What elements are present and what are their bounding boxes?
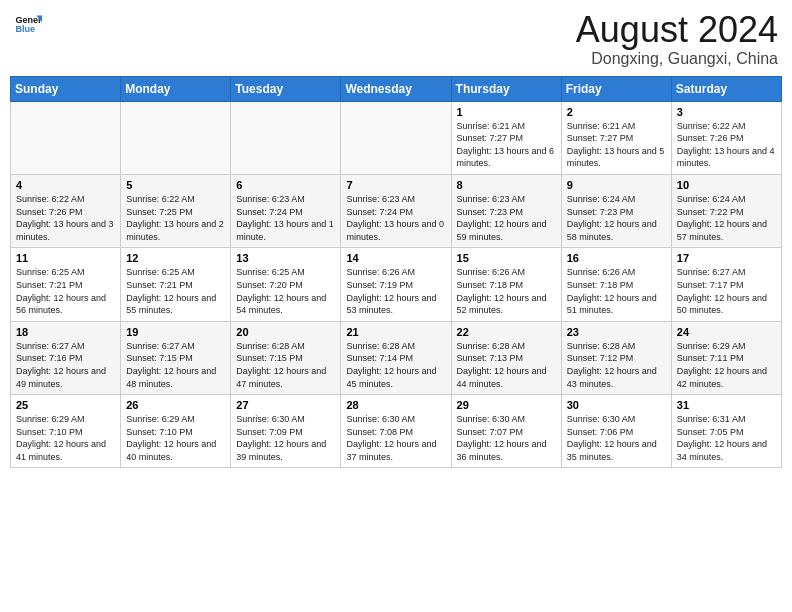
calendar-table: SundayMondayTuesdayWednesdayThursdayFrid… bbox=[10, 76, 782, 469]
day-cell-25: 25Sunrise: 6:29 AMSunset: 7:10 PMDayligh… bbox=[11, 395, 121, 468]
day-number: 13 bbox=[236, 252, 335, 264]
day-cell-31: 31Sunrise: 6:31 AMSunset: 7:05 PMDayligh… bbox=[671, 395, 781, 468]
sunrise-text: Sunrise: 6:23 AM bbox=[236, 193, 335, 206]
day-cell-8: 8Sunrise: 6:23 AMSunset: 7:23 PMDaylight… bbox=[451, 174, 561, 247]
sunset-text: Sunset: 7:08 PM bbox=[346, 426, 445, 439]
sunset-text: Sunset: 7:06 PM bbox=[567, 426, 666, 439]
daylight-text: Daylight: 12 hours and 37 minutes. bbox=[346, 438, 445, 463]
title-block: August 2024 Dongxing, Guangxi, China bbox=[576, 10, 778, 68]
day-info: Sunrise: 6:30 AMSunset: 7:09 PMDaylight:… bbox=[236, 413, 335, 463]
sunrise-text: Sunrise: 6:30 AM bbox=[236, 413, 335, 426]
day-cell-23: 23Sunrise: 6:28 AMSunset: 7:12 PMDayligh… bbox=[561, 321, 671, 394]
week-row-3: 11Sunrise: 6:25 AMSunset: 7:21 PMDayligh… bbox=[11, 248, 782, 321]
sunrise-text: Sunrise: 6:30 AM bbox=[457, 413, 556, 426]
sunset-text: Sunset: 7:24 PM bbox=[346, 206, 445, 219]
sunset-text: Sunset: 7:22 PM bbox=[677, 206, 776, 219]
daylight-text: Daylight: 12 hours and 35 minutes. bbox=[567, 438, 666, 463]
day-number: 28 bbox=[346, 399, 445, 411]
day-info: Sunrise: 6:26 AMSunset: 7:19 PMDaylight:… bbox=[346, 266, 445, 316]
weekday-header-monday: Monday bbox=[121, 76, 231, 101]
day-info: Sunrise: 6:23 AMSunset: 7:24 PMDaylight:… bbox=[236, 193, 335, 243]
weekday-header-sunday: Sunday bbox=[11, 76, 121, 101]
sunrise-text: Sunrise: 6:26 AM bbox=[457, 266, 556, 279]
week-row-1: 1Sunrise: 6:21 AMSunset: 7:27 PMDaylight… bbox=[11, 101, 782, 174]
day-number: 2 bbox=[567, 106, 666, 118]
sunrise-text: Sunrise: 6:21 AM bbox=[567, 120, 666, 133]
day-info: Sunrise: 6:27 AMSunset: 7:15 PMDaylight:… bbox=[126, 340, 225, 390]
day-info: Sunrise: 6:25 AMSunset: 7:20 PMDaylight:… bbox=[236, 266, 335, 316]
day-number: 14 bbox=[346, 252, 445, 264]
sunset-text: Sunset: 7:15 PM bbox=[236, 352, 335, 365]
day-cell-12: 12Sunrise: 6:25 AMSunset: 7:21 PMDayligh… bbox=[121, 248, 231, 321]
sunrise-text: Sunrise: 6:28 AM bbox=[457, 340, 556, 353]
sunset-text: Sunset: 7:23 PM bbox=[457, 206, 556, 219]
sunset-text: Sunset: 7:09 PM bbox=[236, 426, 335, 439]
daylight-text: Daylight: 12 hours and 50 minutes. bbox=[677, 292, 776, 317]
daylight-text: Daylight: 12 hours and 53 minutes. bbox=[346, 292, 445, 317]
day-cell-4: 4Sunrise: 6:22 AMSunset: 7:26 PMDaylight… bbox=[11, 174, 121, 247]
sunrise-text: Sunrise: 6:30 AM bbox=[346, 413, 445, 426]
day-cell-17: 17Sunrise: 6:27 AMSunset: 7:17 PMDayligh… bbox=[671, 248, 781, 321]
day-info: Sunrise: 6:21 AMSunset: 7:27 PMDaylight:… bbox=[567, 120, 666, 170]
daylight-text: Daylight: 13 hours and 3 minutes. bbox=[16, 218, 115, 243]
sunset-text: Sunset: 7:15 PM bbox=[126, 352, 225, 365]
day-number: 4 bbox=[16, 179, 115, 191]
day-cell-20: 20Sunrise: 6:28 AMSunset: 7:15 PMDayligh… bbox=[231, 321, 341, 394]
day-cell-21: 21Sunrise: 6:28 AMSunset: 7:14 PMDayligh… bbox=[341, 321, 451, 394]
sunrise-text: Sunrise: 6:22 AM bbox=[126, 193, 225, 206]
sunset-text: Sunset: 7:26 PM bbox=[16, 206, 115, 219]
sunrise-text: Sunrise: 6:28 AM bbox=[567, 340, 666, 353]
day-number: 12 bbox=[126, 252, 225, 264]
logo-icon: General Blue bbox=[14, 10, 42, 38]
sunrise-text: Sunrise: 6:23 AM bbox=[346, 193, 445, 206]
day-info: Sunrise: 6:28 AMSunset: 7:12 PMDaylight:… bbox=[567, 340, 666, 390]
day-info: Sunrise: 6:30 AMSunset: 7:06 PMDaylight:… bbox=[567, 413, 666, 463]
day-cell-2: 2Sunrise: 6:21 AMSunset: 7:27 PMDaylight… bbox=[561, 101, 671, 174]
sunset-text: Sunset: 7:19 PM bbox=[346, 279, 445, 292]
daylight-text: Daylight: 12 hours and 45 minutes. bbox=[346, 365, 445, 390]
day-cell-24: 24Sunrise: 6:29 AMSunset: 7:11 PMDayligh… bbox=[671, 321, 781, 394]
daylight-text: Daylight: 12 hours and 57 minutes. bbox=[677, 218, 776, 243]
page-header: General Blue August 2024 Dongxing, Guang… bbox=[10, 10, 782, 68]
day-number: 19 bbox=[126, 326, 225, 338]
day-info: Sunrise: 6:28 AMSunset: 7:14 PMDaylight:… bbox=[346, 340, 445, 390]
day-cell-10: 10Sunrise: 6:24 AMSunset: 7:22 PMDayligh… bbox=[671, 174, 781, 247]
sunset-text: Sunset: 7:18 PM bbox=[567, 279, 666, 292]
weekday-header-wednesday: Wednesday bbox=[341, 76, 451, 101]
daylight-text: Daylight: 12 hours and 41 minutes. bbox=[16, 438, 115, 463]
day-info: Sunrise: 6:27 AMSunset: 7:16 PMDaylight:… bbox=[16, 340, 115, 390]
empty-cell bbox=[11, 101, 121, 174]
daylight-text: Daylight: 13 hours and 6 minutes. bbox=[457, 145, 556, 170]
sunset-text: Sunset: 7:21 PM bbox=[126, 279, 225, 292]
sunset-text: Sunset: 7:13 PM bbox=[457, 352, 556, 365]
day-number: 10 bbox=[677, 179, 776, 191]
day-cell-30: 30Sunrise: 6:30 AMSunset: 7:06 PMDayligh… bbox=[561, 395, 671, 468]
day-cell-13: 13Sunrise: 6:25 AMSunset: 7:20 PMDayligh… bbox=[231, 248, 341, 321]
sunset-text: Sunset: 7:11 PM bbox=[677, 352, 776, 365]
day-number: 16 bbox=[567, 252, 666, 264]
sunrise-text: Sunrise: 6:29 AM bbox=[16, 413, 115, 426]
sunrise-text: Sunrise: 6:23 AM bbox=[457, 193, 556, 206]
sunrise-text: Sunrise: 6:28 AM bbox=[236, 340, 335, 353]
sunset-text: Sunset: 7:27 PM bbox=[457, 132, 556, 145]
day-cell-1: 1Sunrise: 6:21 AMSunset: 7:27 PMDaylight… bbox=[451, 101, 561, 174]
day-cell-3: 3Sunrise: 6:22 AMSunset: 7:26 PMDaylight… bbox=[671, 101, 781, 174]
day-cell-5: 5Sunrise: 6:22 AMSunset: 7:25 PMDaylight… bbox=[121, 174, 231, 247]
sunset-text: Sunset: 7:23 PM bbox=[567, 206, 666, 219]
daylight-text: Daylight: 12 hours and 58 minutes. bbox=[567, 218, 666, 243]
sunrise-text: Sunrise: 6:24 AM bbox=[567, 193, 666, 206]
day-number: 25 bbox=[16, 399, 115, 411]
week-row-4: 18Sunrise: 6:27 AMSunset: 7:16 PMDayligh… bbox=[11, 321, 782, 394]
day-info: Sunrise: 6:25 AMSunset: 7:21 PMDaylight:… bbox=[126, 266, 225, 316]
day-info: Sunrise: 6:29 AMSunset: 7:10 PMDaylight:… bbox=[16, 413, 115, 463]
sunrise-text: Sunrise: 6:28 AM bbox=[346, 340, 445, 353]
sunrise-text: Sunrise: 6:30 AM bbox=[567, 413, 666, 426]
day-number: 7 bbox=[346, 179, 445, 191]
day-number: 29 bbox=[457, 399, 556, 411]
day-info: Sunrise: 6:28 AMSunset: 7:15 PMDaylight:… bbox=[236, 340, 335, 390]
sunrise-text: Sunrise: 6:22 AM bbox=[677, 120, 776, 133]
day-number: 5 bbox=[126, 179, 225, 191]
day-info: Sunrise: 6:30 AMSunset: 7:08 PMDaylight:… bbox=[346, 413, 445, 463]
sunset-text: Sunset: 7:10 PM bbox=[126, 426, 225, 439]
empty-cell bbox=[341, 101, 451, 174]
